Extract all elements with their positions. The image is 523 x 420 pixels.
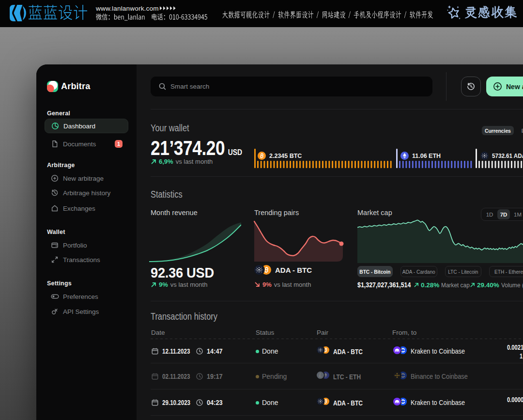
status-value: Pending: [262, 373, 287, 380]
sidebar-item-label: Documents: [63, 140, 96, 148]
market-cap-delta: 0.28% Market cap: [414, 280, 474, 289]
chip-ada[interactable]: ADA - Cardano: [400, 266, 437, 277]
sidebar-item[interactable]: Arbitrage history: [45, 186, 128, 200]
vol-delta: 29.40%: [477, 281, 499, 289]
ltc-coin-icon: [317, 372, 324, 379]
new-arbitrage-label: New arbitrage: [506, 83, 523, 91]
site-contact-glyphs: [96, 14, 207, 21]
arrow-up-icon: [470, 282, 476, 288]
home-icon: [51, 204, 59, 212]
chip-ltc[interactable]: LTC - Litecoin: [445, 266, 481, 277]
app-name: Arbitra: [61, 81, 90, 92]
wallet-delta: 6,9% vs last month: [151, 158, 213, 165]
history-button[interactable]: [461, 77, 481, 96]
date-value: 29.10.2023: [162, 399, 190, 406]
btc-coin-icon: [258, 152, 266, 160]
range-7d[interactable]: 7D: [497, 209, 510, 219]
range-1d[interactable]: 1D: [483, 209, 496, 219]
route-value: Kraken to Coinbase: [411, 399, 465, 406]
app-logo: Arbitra: [47, 81, 90, 92]
market-cap-chart: [357, 219, 523, 263]
clock-icon: [196, 373, 203, 380]
chip-btc[interactable]: BTC - Bitcoin: [357, 266, 393, 277]
range-1m[interactable]: 1M: [511, 209, 523, 219]
site-menu[interactable]: 大数据可视化设计 / 软件界面设计 / 网站建设 / 手机及小程序设计 / 软件…: [222, 11, 433, 18]
ada-coin-icon: [317, 398, 324, 405]
time-value: 19:17: [207, 373, 223, 380]
site-brand[interactable]: 蓝蓝设计: [29, 5, 87, 20]
sidebar-item[interactable]: Transactions: [45, 252, 128, 267]
coin-face: [254, 265, 264, 275]
sidebar-item[interactable]: Documents1: [45, 137, 128, 151]
ada-coin-icon: [254, 265, 264, 275]
sidebar-item-label: API Settings: [63, 308, 99, 315]
time-value: 14:47: [207, 347, 223, 355]
month-revenue-delta: 9% vs last month: [151, 281, 207, 288]
coin-pair: [393, 346, 407, 356]
sidebar-item-label: Transactions: [63, 256, 100, 264]
table-row[interactable]: 02.11.2023 19:17 Pending LTC - ETH Binan…: [151, 363, 523, 389]
collect-link[interactable]: 灵感收集: [465, 6, 517, 18]
clock-icon: [196, 347, 203, 355]
site-header: 蓝蓝设计 www.lanlanwork.com 微信：ben_lanlan 电话…: [0, 0, 523, 27]
chip-label: ADA - Cardano: [402, 269, 435, 275]
arrows-icon: [160, 6, 176, 10]
calendar-icon: [151, 347, 159, 355]
search-input[interactable]: Smart search: [151, 77, 432, 96]
tab-exchanges[interactable]: Exchanges: [519, 126, 523, 135]
kraken-coin-icon: [393, 398, 401, 405]
amount-line1: 0.0021: [507, 343, 523, 351]
new-arbitrage-button[interactable]: New arbitrage: [486, 77, 523, 96]
sidebar-item-label: New arbitrage: [63, 175, 104, 182]
trending-delta: 9% vs last month: [254, 281, 311, 288]
coin-pair: [317, 346, 329, 356]
wallet-icon: [51, 241, 59, 249]
eth-holding: 11.06 ETH: [400, 152, 441, 160]
site-logo[interactable]: [10, 5, 26, 21]
time-value: 04:23: [207, 399, 223, 406]
sidebar-item[interactable]: Exchanges: [45, 201, 128, 216]
trending-pair: ADA - BTC: [254, 265, 312, 275]
sidebar-item[interactable]: Preferences: [45, 289, 128, 304]
sidebar-item[interactable]: Dashboard: [45, 119, 128, 133]
binance-coin-icon: [393, 372, 401, 379]
month-revenue-svg: [149, 220, 241, 263]
page: 蓝蓝设计 www.lanlanwork.com 微信：ben_lanlan 电话…: [0, 0, 523, 420]
coin-pair: [317, 372, 329, 381]
month-revenue-chart: [149, 220, 241, 263]
delta-suffix: vs last month: [170, 281, 208, 288]
coin-face: [317, 346, 324, 354]
calendar-icon: [151, 399, 159, 406]
status-dot: [256, 375, 259, 378]
arrow-up-icon: [151, 281, 157, 288]
table-row[interactable]: 12.11.2023 14:47 Done ADA - BTC Kraken t…: [151, 339, 523, 363]
sidebar-item[interactable]: API Settings: [45, 304, 128, 319]
pair-value: LTC - ETH: [333, 373, 361, 381]
eth-amount: 11.06 ETH: [412, 153, 441, 159]
tab-currencies[interactable]: Currencies: [482, 126, 514, 135]
status-dot: [256, 350, 259, 353]
table-row[interactable]: 29.10.2023 04:23 Done ADA - BTC Kraken t…: [151, 389, 523, 416]
balance-currency: USD: [228, 148, 242, 157]
sidebar-item-label: Dashboard: [63, 123, 95, 130]
cell-date: 02.11.2023: [151, 363, 197, 389]
sidebar: Arbitra General Dashboard Documents1 Arb…: [36, 64, 137, 420]
delta-value: 9%: [262, 281, 272, 288]
plus-circle-icon: [51, 174, 59, 182]
sidebar-item[interactable]: Portfolio: [45, 238, 128, 252]
sidebar-item[interactable]: New arbitrage: [45, 171, 128, 186]
site-menu-glyphs: [222, 11, 433, 18]
route-value: Binance to Coinbase: [411, 373, 468, 380]
cell-status: Pending: [256, 363, 287, 389]
sidebar-item-label: Preferences: [63, 293, 98, 300]
kraken-coin-icon: [393, 346, 401, 354]
month-revenue-value: 92.36 USD: [151, 265, 214, 281]
cell-time: 14:47: [196, 339, 225, 363]
btc-amount: 2.2345 BTC: [269, 153, 302, 159]
ada-amount: 5732.61 ADA: [492, 153, 523, 159]
delta-suffix: vs last month: [274, 281, 311, 288]
swap-icon: [51, 256, 59, 264]
site-url: www.lanlanwork.com: [96, 5, 159, 12]
chip-eth[interactable]: ETH - Ethereum: [489, 266, 523, 277]
delta-value: 6,9%: [159, 158, 173, 165]
